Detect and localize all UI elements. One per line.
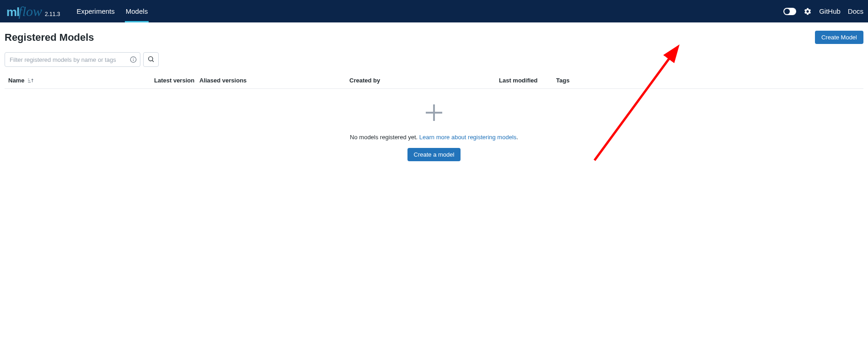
docs-link[interactable]: Docs (848, 7, 863, 15)
logo-ml-text: ml (6, 5, 19, 19)
empty-text-suffix: . (516, 134, 518, 141)
nav-tabs: Experiments Models (71, 0, 153, 22)
empty-state-text: No models registered yet. Learn more abo… (350, 134, 518, 141)
page-content: Registered Models Create Model (0, 22, 868, 180)
column-header-latest-version[interactable]: Latest version (154, 77, 199, 84)
create-model-button[interactable]: Create Model (815, 31, 863, 44)
table-header: Name Latest version Aliased versions Cre… (5, 72, 863, 89)
info-icon[interactable] (130, 56, 137, 63)
github-link[interactable]: GitHub (819, 7, 841, 15)
empty-text-prefix: No models registered yet. (350, 134, 419, 141)
search-button[interactable] (143, 52, 159, 67)
tab-models[interactable]: Models (120, 0, 153, 22)
empty-state: No models registered yet. Learn more abo… (5, 89, 863, 180)
column-header-tags[interactable]: Tags (556, 77, 863, 84)
column-header-created-by[interactable]: Created by (349, 77, 499, 84)
app-header: ml flow 2.11.3 Experiments Models GitHub… (0, 0, 868, 22)
page-header: Registered Models Create Model (5, 31, 863, 44)
logo-flow-text: flow (18, 4, 42, 19)
filter-bar (5, 52, 863, 67)
svg-point-3 (149, 56, 153, 60)
plus-icon (423, 102, 445, 125)
mlflow-logo[interactable]: ml flow 2.11.3 (5, 4, 62, 19)
tab-experiments[interactable]: Experiments (71, 0, 120, 22)
column-header-aliased-versions[interactable]: Aliased versions (199, 77, 349, 84)
gear-icon[interactable] (804, 7, 812, 16)
create-a-model-button[interactable]: Create a model (407, 148, 461, 161)
sort-asc-icon (27, 77, 33, 84)
logo-version: 2.11.3 (45, 11, 60, 17)
page-title: Registered Models (5, 32, 94, 44)
header-left: ml flow 2.11.3 Experiments Models (5, 0, 153, 22)
filter-input-wrap (5, 52, 140, 67)
theme-toggle[interactable] (783, 8, 796, 15)
header-right: GitHub Docs (783, 7, 863, 16)
column-name-label: Name (8, 77, 24, 84)
filter-input[interactable] (5, 52, 140, 67)
column-header-name[interactable]: Name (5, 77, 154, 84)
learn-more-link[interactable]: Learn more about registering models (419, 134, 516, 141)
search-icon (147, 55, 155, 64)
column-header-last-modified[interactable]: Last modified (499, 77, 556, 84)
svg-line-4 (152, 60, 154, 62)
